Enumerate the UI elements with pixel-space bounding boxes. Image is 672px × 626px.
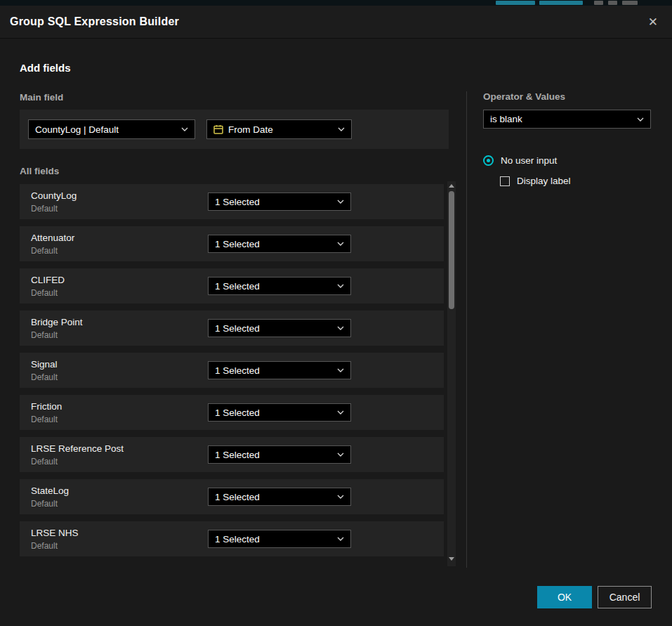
field-row: CLIFED Default 1 Selected — [20, 268, 444, 304]
chevron-down-icon — [337, 495, 344, 499]
field-selected-dropdown[interactable]: 1 Selected — [208, 530, 351, 548]
field-row: Friction Default 1 Selected — [20, 395, 444, 430]
operator-value: is blank — [490, 114, 631, 124]
calendar-icon — [213, 124, 223, 134]
field-selected-label: 1 Selected — [215, 534, 331, 545]
operator-values-label: Operator & Values — [483, 91, 651, 102]
field-name: StateLog — [31, 485, 69, 496]
field-subtitle: Default — [31, 330, 58, 340]
field-selected-label: 1 Selected — [215, 407, 331, 418]
close-icon[interactable]: ✕ — [644, 13, 662, 31]
scrollbar-thumb[interactable] — [449, 191, 454, 309]
no-user-input-label: No user input — [501, 155, 557, 166]
chevron-down-icon — [337, 242, 344, 246]
dialog-title: Group SQL Expression Builder — [10, 15, 179, 28]
field-row: LRSE NHS Default 1 Selected — [20, 521, 444, 556]
field-subtitle: Default — [31, 415, 58, 424]
scroll-up-icon[interactable] — [449, 184, 454, 188]
field-row: Bridge Point Default 1 Selected — [20, 311, 444, 346]
field-row: LRSE Reference Post Default 1 Selected — [20, 437, 444, 472]
main-field-dropdown[interactable]: From Date — [206, 119, 352, 139]
operator-dropdown[interactable]: is blank — [483, 110, 651, 129]
field-row: Attenuator Default 1 Selected — [20, 226, 444, 261]
background-toolbar-fragment — [594, 1, 603, 5]
main-field-value: From Date — [228, 124, 327, 135]
field-selected-dropdown[interactable]: 1 Selected — [208, 403, 351, 422]
field-selected-label: 1 Selected — [215, 239, 331, 249]
ok-button[interactable]: OK — [537, 586, 592, 608]
add-fields-heading: Add fields — [20, 62, 71, 74]
field-row: Signal Default 1 Selected — [20, 353, 444, 388]
field-subtitle: Default — [31, 372, 58, 382]
dialog-group-sql-expression-builder: Group SQL Expression Builder ✕ Add field… — [0, 6, 672, 626]
field-selected-label: 1 Selected — [215, 365, 331, 376]
field-subtitle: Default — [31, 541, 58, 551]
chevron-down-icon — [337, 452, 344, 457]
operator-values-panel: Operator & Values is blank No user input… — [483, 91, 651, 186]
chevron-down-icon — [337, 326, 344, 330]
dialog-footer: OK Cancel — [537, 586, 652, 608]
field-selected-label: 1 Selected — [215, 450, 331, 460]
chevron-down-icon — [337, 537, 344, 541]
field-selected-dropdown[interactable]: 1 Selected — [208, 235, 351, 253]
chevron-down-icon — [337, 368, 344, 372]
layer-select-value: CountyLog | Default — [35, 124, 176, 135]
background-link-fragment — [496, 1, 535, 5]
scrollbar[interactable] — [447, 181, 456, 566]
field-selected-dropdown[interactable]: 1 Selected — [208, 361, 351, 379]
cancel-button[interactable]: Cancel — [598, 586, 652, 608]
field-subtitle: Default — [31, 204, 58, 214]
no-user-input-option[interactable]: No user input — [483, 155, 651, 166]
background-page-edge — [0, 0, 672, 6]
chevron-down-icon — [337, 410, 344, 415]
background-toolbar-fragment — [608, 1, 617, 5]
field-selected-dropdown[interactable]: 1 Selected — [208, 319, 351, 337]
field-name: Signal — [31, 359, 58, 370]
field-name: Friction — [31, 401, 62, 412]
checkbox-unchecked-icon[interactable] — [500, 176, 510, 186]
panel-divider — [466, 91, 467, 568]
radio-selected-icon[interactable] — [483, 155, 494, 166]
field-name: CountyLog — [31, 190, 77, 201]
field-name: Bridge Point — [31, 317, 83, 327]
field-selected-label: 1 Selected — [215, 492, 331, 502]
background-link-fragment — [539, 1, 583, 5]
layer-select-dropdown[interactable]: CountyLog | Default — [28, 119, 195, 139]
all-fields-label: All fields — [20, 166, 59, 176]
field-name: CLIFED — [31, 275, 65, 285]
field-subtitle: Default — [31, 499, 58, 509]
field-selected-dropdown[interactable]: 1 Selected — [208, 488, 351, 506]
field-selected-dropdown[interactable]: 1 Selected — [208, 445, 351, 464]
all-fields-list: CountyLog Default 1 Selected Attenuator … — [20, 184, 444, 563]
scroll-down-icon[interactable] — [449, 557, 454, 561]
field-name: LRSE Reference Post — [31, 443, 124, 454]
field-row: StateLog Default 1 Selected — [20, 479, 444, 514]
field-selected-label: 1 Selected — [215, 197, 331, 207]
chevron-down-icon — [337, 200, 344, 204]
chevron-down-icon — [637, 117, 644, 122]
app-screen: Group SQL Expression Builder ✕ Add field… — [0, 0, 672, 626]
chevron-down-icon — [337, 284, 344, 288]
field-name: LRSE NHS — [31, 528, 79, 538]
dialog-header: Group SQL Expression Builder ✕ — [0, 6, 672, 39]
display-label-option[interactable]: Display label — [500, 176, 651, 186]
display-label-text: Display label — [517, 176, 571, 186]
chevron-down-icon — [181, 127, 188, 131]
field-selected-label: 1 Selected — [215, 323, 331, 334]
field-name: Attenuator — [31, 233, 74, 243]
field-row: CountyLog Default 1 Selected — [20, 184, 444, 219]
field-subtitle: Default — [31, 288, 58, 298]
field-selected-label: 1 Selected — [215, 281, 331, 292]
field-selected-dropdown[interactable]: 1 Selected — [208, 277, 351, 295]
main-field-label: Main field — [20, 92, 63, 103]
background-toolbar-fragment — [622, 1, 638, 5]
scrollbar-track[interactable] — [447, 191, 456, 556]
field-selected-dropdown[interactable]: 1 Selected — [208, 193, 351, 211]
chevron-down-icon — [338, 127, 345, 131]
field-subtitle: Default — [31, 246, 58, 256]
field-subtitle: Default — [31, 457, 58, 467]
main-field-panel: CountyLog | Default From Date — [20, 110, 449, 149]
